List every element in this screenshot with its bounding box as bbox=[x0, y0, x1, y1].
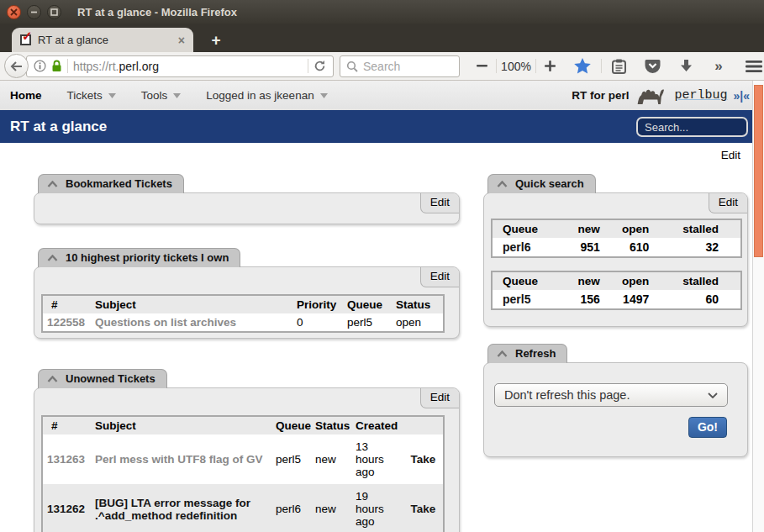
queue-link[interactable]: perl5 bbox=[503, 292, 530, 306]
window-maximize-button[interactable] bbox=[47, 5, 61, 19]
ticket-status: new bbox=[311, 484, 351, 532]
queue-new-count: 951 bbox=[557, 238, 603, 257]
tab-title: RT at a glance bbox=[38, 34, 108, 46]
ticket-subject-link[interactable]: Questions on list archives bbox=[95, 316, 236, 329]
rt-for-perl-label: RT for perl bbox=[572, 89, 629, 102]
section-toggle-quick-search[interactable]: Quick search bbox=[487, 174, 596, 193]
bookmarks-menu-button[interactable] bbox=[602, 59, 635, 74]
download-icon bbox=[680, 60, 693, 72]
page-edit-link[interactable]: Edit bbox=[721, 149, 740, 161]
toolbar-icons: 100% » bbox=[468, 58, 764, 75]
chevron-down-icon bbox=[173, 93, 181, 98]
perlbug-logo-link[interactable]: perlbug bbox=[674, 88, 727, 103]
highest-table: # Subject Priority Queue Status 122558 Q… bbox=[41, 294, 445, 333]
unowned-edit-link[interactable]: Edit bbox=[420, 388, 459, 408]
zoom-in-button[interactable] bbox=[536, 61, 564, 71]
quick-search-edit-link[interactable]: Edit bbox=[709, 193, 747, 213]
more-tools-button[interactable]: » bbox=[703, 58, 735, 75]
page-scrollbar[interactable] bbox=[752, 81, 764, 532]
ticket-priority: 0 bbox=[292, 313, 343, 332]
nav-item-tickets[interactable]: Tickets bbox=[55, 81, 129, 110]
ticket-created: 19 hours ago bbox=[351, 484, 403, 532]
browser-search-box[interactable]: Search bbox=[340, 55, 460, 77]
nav-item-tools[interactable]: Tools bbox=[129, 81, 194, 110]
section-bookmarked-tickets: Bookmarked Tickets Edit bbox=[34, 174, 460, 224]
highest-edit-link[interactable]: Edit bbox=[420, 267, 459, 287]
url-divider bbox=[67, 59, 68, 73]
section-toggle-refresh[interactable]: Refresh bbox=[487, 344, 567, 363]
tab-close-button[interactable]: × bbox=[178, 34, 185, 47]
rt-nav-bar: Home Tickets Tools Logged in as jkeenan … bbox=[0, 81, 752, 110]
ticket-subject-link[interactable]: Perl mess with UTF8 flag of GV bbox=[95, 453, 263, 466]
reload-icon[interactable] bbox=[314, 60, 326, 72]
section-toggle-highest[interactable]: 10 highest priority tickets I own bbox=[38, 248, 240, 267]
bookmark-star-button[interactable] bbox=[564, 58, 601, 74]
nav-right: RT for perl perlbug »|« bbox=[572, 85, 752, 107]
section-quick-search: Quick search Edit Queue new open stalled… bbox=[483, 174, 748, 327]
pocket-button[interactable] bbox=[635, 59, 669, 74]
back-arrow-icon bbox=[10, 61, 23, 71]
bookmarked-edit-link[interactable]: Edit bbox=[420, 193, 459, 213]
close-icon bbox=[10, 8, 18, 16]
zoom-in-icon bbox=[545, 61, 556, 71]
window-minimize-button[interactable] bbox=[27, 5, 41, 19]
main-content: Edit Bookmarked Tickets Edit 10 highest … bbox=[0, 143, 752, 532]
info-icon[interactable] bbox=[34, 60, 46, 72]
section-highest-priority: 10 highest priority tickets I own Edit #… bbox=[34, 248, 460, 339]
url-text[interactable]: https://rt.perl.org bbox=[73, 60, 159, 73]
section-toggle-bookmarked[interactable]: Bookmarked Tickets bbox=[38, 174, 184, 193]
table-row: 131263 Perl mess with UTF8 flag of GV pe… bbox=[42, 435, 444, 484]
downloads-button[interactable] bbox=[669, 60, 703, 72]
scrollbar-thumb[interactable] bbox=[754, 85, 763, 257]
unowned-body: Edit # Subject Queue Status Created 1312… bbox=[34, 387, 460, 532]
bookmark-star-icon bbox=[574, 58, 591, 74]
new-tab-button[interactable]: + bbox=[202, 31, 230, 50]
zoom-out-button[interactable] bbox=[468, 65, 496, 67]
go-button[interactable]: Go! bbox=[688, 417, 727, 438]
browser-tab[interactable]: ✓ RT at a glance × bbox=[12, 28, 193, 52]
url-divider bbox=[308, 59, 308, 73]
search-placeholder: Search bbox=[363, 60, 400, 73]
maximize-icon bbox=[50, 8, 58, 16]
bookmarked-body: Edit bbox=[34, 192, 460, 224]
nav-item-home[interactable]: Home bbox=[0, 81, 55, 110]
chevron-up-icon bbox=[47, 181, 58, 187]
zoom-out-icon bbox=[477, 65, 487, 67]
minimize-icon bbox=[30, 8, 38, 16]
menu-button[interactable] bbox=[735, 61, 764, 72]
queue-link[interactable]: perl6 bbox=[503, 240, 530, 254]
nav-item-logged-in[interactable]: Logged in as jkeenan bbox=[193, 81, 340, 110]
url-bar[interactable]: https://rt.perl.org bbox=[26, 55, 334, 77]
chevron-up-icon bbox=[47, 255, 58, 261]
collapse-toggle[interactable]: »|« bbox=[734, 89, 751, 103]
zoom-level[interactable]: 100% bbox=[497, 60, 535, 73]
window-close-button[interactable] bbox=[7, 5, 21, 19]
section-toggle-unowned[interactable]: Unowned Tickets bbox=[38, 369, 167, 388]
ticket-id-link[interactable]: 131263 bbox=[47, 453, 85, 466]
queue-stalled-count: 60 bbox=[652, 290, 741, 309]
bookmarks-icon bbox=[612, 59, 626, 74]
ticket-id-link[interactable]: 131262 bbox=[47, 503, 85, 515]
tab-bar: ✓ RT at a glance × + bbox=[0, 24, 764, 52]
take-link[interactable]: Take bbox=[411, 503, 436, 515]
browser-toolbar: https://rt.perl.org Search 100% » bbox=[0, 52, 764, 81]
chevron-up-icon bbox=[497, 181, 508, 187]
take-link[interactable]: Take bbox=[411, 453, 436, 466]
quick-search-body: Edit Queue new open stalled perl6 951 61… bbox=[483, 192, 748, 327]
queue-new-count: 156 bbox=[557, 290, 603, 309]
rt-favicon-icon: ✓ bbox=[20, 34, 31, 45]
rt-search-input[interactable] bbox=[636, 117, 748, 137]
chevron-down-icon bbox=[108, 93, 116, 98]
more-tools-icon: » bbox=[714, 58, 722, 75]
lock-icon[interactable] bbox=[51, 60, 62, 72]
table-row: perl6 951 610 32 bbox=[492, 238, 741, 257]
pocket-icon bbox=[645, 59, 661, 74]
ticket-id-link[interactable]: 122558 bbox=[47, 316, 85, 329]
queue-open-count: 1497 bbox=[603, 290, 652, 309]
chevron-down-icon bbox=[708, 392, 718, 398]
refresh-select[interactable]: Don't refresh this page. bbox=[494, 383, 728, 407]
window-title: RT at a glance - Mozilla Firefox bbox=[77, 6, 237, 18]
table-row: perl5 156 1497 60 bbox=[492, 290, 741, 309]
back-button[interactable] bbox=[4, 54, 29, 78]
ticket-subject-link[interactable]: [BUG] LTA error message for .^add_method… bbox=[95, 497, 250, 522]
